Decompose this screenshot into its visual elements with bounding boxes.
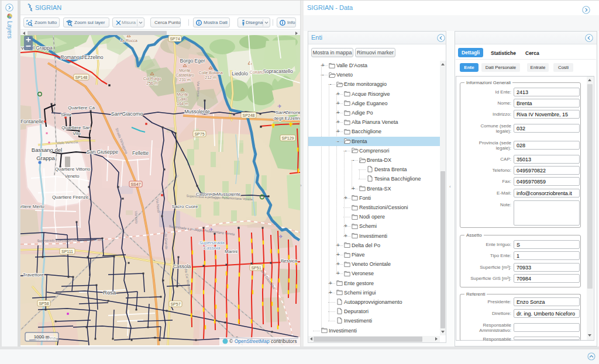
svg-text:Castellaro: Castellaro	[175, 73, 194, 77]
svg-text:SP57: SP57	[170, 302, 180, 306]
svg-text:Travettore: Travettore	[23, 272, 44, 278]
svg-text:Bassano del: Bassano del	[32, 147, 62, 153]
svg-text:SP58: SP58	[39, 301, 49, 306]
svg-text:Vito: Vito	[73, 131, 81, 136]
svg-text:SP74: SP74	[170, 37, 180, 41]
svg-text:Cassola: Cassola	[173, 264, 191, 269]
svg-text:164 m: 164 m	[177, 102, 188, 106]
svg-text:Veneto: Veneto	[65, 174, 80, 179]
svg-text:Bessica: Bessica	[281, 258, 298, 264]
svg-text:Via Grande: Via Grande	[164, 232, 168, 250]
svg-text:SP75: SP75	[194, 132, 204, 136]
svg-text:Quartiere Vittorio: Quartiere Vittorio	[55, 167, 91, 172]
svg-text:Cassola: Cassola	[204, 245, 221, 251]
svg-text:Collalto: Collalto	[249, 70, 264, 75]
svg-text:Romano d'Ezzelino: Romano d'Ezzelino	[61, 54, 104, 60]
svg-text:Col Roigo: Col Roigo	[143, 77, 161, 81]
svg-text:Quartiere Merlo: Quartiere Merlo	[20, 204, 44, 209]
svg-text:SP148: SP148	[75, 75, 87, 79]
svg-text:Quartiere San: Quartiere San	[61, 125, 91, 130]
svg-text:Via Velo: Via Velo	[135, 211, 139, 224]
svg-text:✈: ✈	[278, 234, 283, 240]
svg-text:1000 m: 1000 m	[34, 334, 50, 339]
svg-text:SP51: SP51	[251, 266, 261, 270]
svg-text:San Zenone: San Zenone	[276, 110, 300, 115]
svg-text:San Giuseppe: San Giuseppe	[87, 149, 118, 155]
svg-text:Marini: Marini	[225, 249, 237, 254]
svg-text:Casoni di Mussolente: Casoni di Mussolente	[196, 192, 241, 197]
svg-text:Via Roma: Via Roma	[197, 81, 200, 97]
svg-text:✈: ✈	[277, 103, 282, 109]
svg-text:Sette: Sette	[61, 112, 72, 117]
svg-text:Fontanelle: Fontanelle	[20, 119, 44, 124]
svg-text:Sopracastello: Sopracastello	[263, 68, 293, 74]
svg-text:231 m: 231 m	[179, 78, 191, 82]
svg-text:Fellette: Fellette	[132, 150, 149, 156]
svg-text:Sacro Cuore: Sacro Cuore	[172, 204, 198, 209]
svg-text:Liedolo: Liedolo	[232, 71, 248, 77]
svg-text:La Rocca: La Rocca	[120, 39, 137, 43]
svg-text:Colle Bollana: Colle Bollana	[198, 71, 222, 75]
svg-text:Monte: Monte	[177, 92, 188, 96]
svg-text:SP248: SP248	[242, 113, 254, 117]
svg-text:Borgo Eger: Borgo Eger	[180, 58, 205, 64]
svg-text:SP129: SP129	[281, 136, 294, 140]
svg-text:256 m: 256 m	[146, 81, 158, 85]
svg-text:Monte: Monte	[179, 68, 191, 72]
svg-text:Quartiere Firenze: Quartiere Firenze	[52, 195, 89, 200]
svg-text:San Giacomo: San Giacomo	[111, 111, 143, 117]
svg-text:Superstrada: Superstrada	[199, 240, 225, 245]
svg-text:212 m: 212 m	[205, 75, 216, 79]
svg-text:Mussolente: Mussolente	[184, 109, 210, 115]
svg-text:SS47: SS47	[130, 182, 140, 186]
svg-text:© OpenStreetMap contributors: © OpenStreetMap contributors	[229, 338, 297, 344]
svg-text:Grappa: Grappa	[36, 155, 55, 161]
svg-text:Rosa: Rosa	[103, 289, 116, 296]
svg-text:SP111: SP111	[61, 249, 73, 254]
svg-text:Quartiere Cà: Quartiere Cà	[68, 105, 95, 110]
svg-text:degli Ezzelini: degli Ezzelini	[274, 116, 300, 121]
svg-text:Gallo: Gallo	[178, 97, 187, 101]
